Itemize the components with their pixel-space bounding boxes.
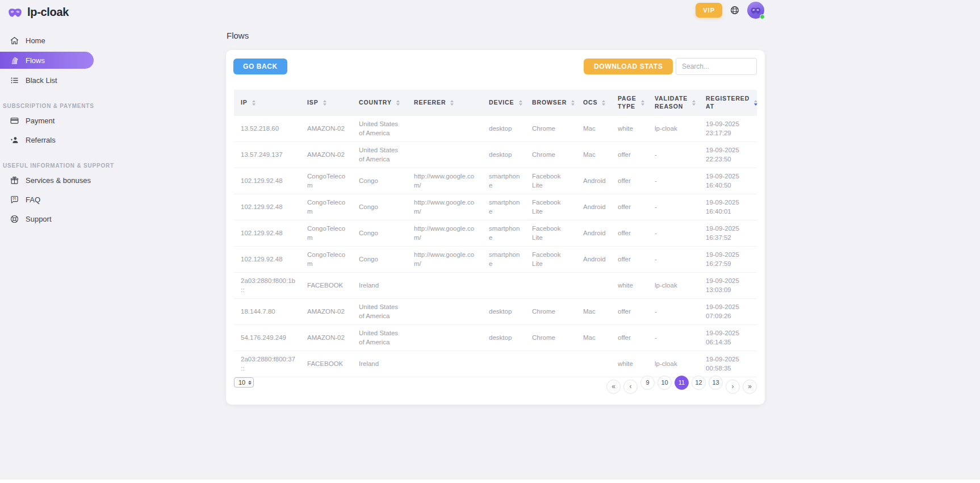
avatar[interactable] <box>747 2 764 19</box>
sidebar-item-referrals[interactable]: Referrals <box>0 132 94 148</box>
page-button-11[interactable]: 11 <box>675 376 689 390</box>
sidebar-item-home[interactable]: Home <box>0 32 94 48</box>
column-label: REFERER <box>414 99 446 107</box>
cell-country: United States of America <box>352 325 407 351</box>
cell-ocs: Android <box>576 220 611 247</box>
cell-validate-reason: - <box>648 299 699 325</box>
sidebar-item-black-list[interactable]: Black List <box>0 72 94 88</box>
globe-icon <box>730 5 740 15</box>
column-header-registered-at[interactable]: REGISTERED AT <box>699 90 757 116</box>
table-row: 102.129.92.48CongoTelecomCongohttp://www… <box>234 168 757 194</box>
cell-page-type: offer <box>611 220 648 247</box>
search-input[interactable] <box>676 58 757 75</box>
column-label: COUNTRY <box>359 99 392 107</box>
column-header-referer[interactable]: REFERER <box>407 90 482 116</box>
cell-ip: 102.129.92.48 <box>234 247 300 273</box>
sort-icon <box>519 100 522 106</box>
column-label: VALIDATE REASON <box>655 95 688 110</box>
download-stats-button[interactable]: DOWNLOAD STATS <box>584 59 673 74</box>
go-back-button[interactable]: GO BACK <box>233 59 287 74</box>
sidebar-item-faq[interactable]: FAQ <box>0 191 94 207</box>
column-label: BROWSER <box>532 99 567 107</box>
cell-referer <box>407 116 482 142</box>
cell-referer <box>407 142 482 168</box>
page-button-last[interactable]: » <box>743 380 757 394</box>
cell-page-type: offer <box>611 325 648 351</box>
cell-page-type: offer <box>611 247 648 273</box>
cell-browser: Facebook Lite <box>525 194 576 220</box>
language-button[interactable] <box>730 5 740 15</box>
cell-device: desktop <box>482 116 525 142</box>
column-header-isp[interactable]: ISP <box>300 90 352 116</box>
sort-icon <box>602 100 605 106</box>
cell-ip: 102.129.92.48 <box>234 220 300 247</box>
cell-referer: http://www.google.com/ <box>407 220 482 247</box>
column-header-validate-reason[interactable]: VALIDATE REASON <box>648 90 699 116</box>
sidebar-item-support[interactable]: Support <box>0 211 94 227</box>
page-button-first[interactable]: « <box>606 380 621 394</box>
faq-icon <box>10 195 19 205</box>
cell-page-type: offer <box>611 194 648 220</box>
cell-device <box>482 351 525 377</box>
sidebar-item-flows[interactable]: Flows <box>0 52 94 69</box>
cell-registered-at: 19-09-2025 13:03:09 <box>699 273 757 299</box>
cell-isp: FACEBOOK <box>300 351 352 377</box>
column-label: REGISTERED AT <box>706 95 749 110</box>
avatar-mask-icon <box>750 6 761 15</box>
cell-device: desktop <box>482 299 525 325</box>
table-header-row: IPISPCOUNTRYREFERERDEVICEBROWSEROCSPAGE … <box>234 90 757 116</box>
cell-browser: Chrome <box>525 299 576 325</box>
cell-device: smartphone <box>482 220 525 247</box>
table-row: 13.52.218.60AMAZON-02United States of Am… <box>234 116 757 142</box>
column-header-ip[interactable]: IP <box>234 90 300 116</box>
page-button-prev[interactable]: ‹ <box>623 380 638 394</box>
cell-ip: 13.52.218.60 <box>234 116 300 142</box>
cell-browser: Chrome <box>525 325 576 351</box>
column-header-page-type[interactable]: PAGE TYPE <box>611 90 648 116</box>
sidebar-item-services-bonuses[interactable]: Services & bonuses <box>0 172 94 188</box>
sort-icon <box>323 100 326 106</box>
cell-ocs: Android <box>576 168 611 194</box>
cell-ip: 13.57.249.137 <box>234 142 300 168</box>
sidebar-main-nav: HomeFlowsBlack List <box>0 32 114 88</box>
cell-registered-at: 19-09-2025 07:09:26 <box>699 299 757 325</box>
page-size-select[interactable]: 10 <box>234 377 254 388</box>
cell-country: United States of America <box>352 116 407 142</box>
page-button-12[interactable]: 12 <box>692 376 706 390</box>
referrals-icon <box>10 135 19 145</box>
column-label: IP <box>241 99 248 107</box>
column-header-ocs[interactable]: OCS <box>576 90 611 116</box>
cell-registered-at: 19-09-2025 22:23:50 <box>699 142 757 168</box>
cell-isp: CongoTelecom <box>300 194 352 220</box>
brand-logo[interactable]: lp-cloak <box>0 0 114 24</box>
page-button-next[interactable]: › <box>726 380 740 394</box>
cell-device: smartphone <box>482 194 525 220</box>
cell-page-type: offer <box>611 142 648 168</box>
cell-registered-at: 19-09-2025 16:37:52 <box>699 220 757 247</box>
sidebar-item-payment[interactable]: Payment <box>0 113 94 128</box>
column-header-country[interactable]: COUNTRY <box>352 90 407 116</box>
column-header-device[interactable]: DEVICE <box>482 90 525 116</box>
mask-icon <box>7 6 23 19</box>
cell-validate-reason: lp-cloak <box>648 273 699 299</box>
stepper-icon <box>248 381 252 385</box>
sort-icon <box>641 100 644 106</box>
cell-validate-reason: lp-cloak <box>648 116 699 142</box>
page-button-10[interactable]: 10 <box>657 376 672 390</box>
vip-button[interactable]: VIP <box>696 3 722 18</box>
page-title: Flows <box>227 31 249 40</box>
cell-registered-at: 19-09-2025 06:14:35 <box>699 325 757 351</box>
page-button-13[interactable]: 13 <box>709 376 723 390</box>
column-label: OCS <box>583 99 597 107</box>
home-icon <box>10 36 19 45</box>
page-button-9[interactable]: 9 <box>640 376 655 390</box>
sidebar-section-title: USEFUL INFORMATION & SUPPORT <box>0 163 114 169</box>
cell-device: desktop <box>482 142 525 168</box>
cell-referer <box>407 273 482 299</box>
sidebar: lp-cloak HomeFlowsBlack List SUBSCRIPTIO… <box>0 0 114 483</box>
table-body: 13.52.218.60AMAZON-02United States of Am… <box>234 116 757 377</box>
column-label: DEVICE <box>489 99 514 107</box>
cell-ocs: Mac <box>576 116 611 142</box>
column-header-browser[interactable]: BROWSER <box>525 90 576 116</box>
sidebar-item-label: Payment <box>26 116 55 125</box>
